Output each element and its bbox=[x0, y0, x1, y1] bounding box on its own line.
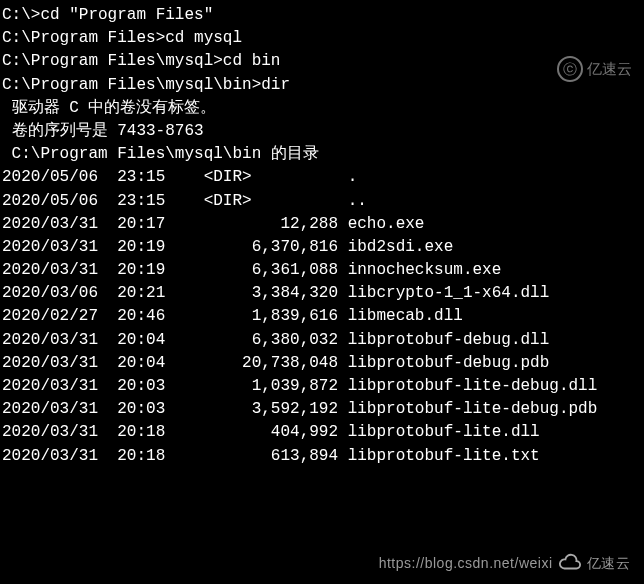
terminal-line: 2020/03/31 20:18 613,894 libprotobuf-lit… bbox=[2, 445, 642, 468]
terminal-line: C:\Program Files>cd mysql bbox=[2, 27, 642, 50]
terminal-line: C:\Program Files\mysql\bin 的目录 bbox=[2, 143, 642, 166]
terminal-line: C:\>cd "Program Files" bbox=[2, 4, 642, 27]
footer-url: https://blog.csdn.net/weixi bbox=[379, 553, 553, 573]
terminal-line: 驱动器 C 中的卷没有标签。 bbox=[2, 97, 642, 120]
terminal-line: 2020/05/06 23:15 <DIR> . bbox=[2, 166, 642, 189]
terminal-output: C:\>cd "Program Files"C:\Program Files>c… bbox=[2, 4, 642, 468]
terminal-line: 卷的序列号是 7433-8763 bbox=[2, 120, 642, 143]
terminal-line: 2020/03/31 20:19 6,370,816 ibd2sdi.exe bbox=[2, 236, 642, 259]
terminal-line: 2020/03/31 20:17 12,288 echo.exe bbox=[2, 213, 642, 236]
watermark-text: 亿速云 bbox=[587, 58, 632, 80]
footer-brand: 亿速云 bbox=[587, 553, 631, 573]
terminal-line: 2020/03/31 20:04 20,738,048 libprotobuf-… bbox=[2, 352, 642, 375]
terminal-line: 2020/03/31 20:18 404,992 libprotobuf-lit… bbox=[2, 421, 642, 444]
terminal-line: 2020/03/31 20:03 1,039,872 libprotobuf-l… bbox=[2, 375, 642, 398]
watermark-top: ⓒ 亿速云 bbox=[557, 56, 632, 82]
terminal-line: 2020/03/06 20:21 3,384,320 libcrypto-1_1… bbox=[2, 282, 642, 305]
watermark-footer: https://blog.csdn.net/weixi 亿速云 bbox=[379, 552, 630, 574]
terminal-line: 2020/02/27 20:46 1,839,616 libmecab.dll bbox=[2, 305, 642, 328]
terminal-line: 2020/03/31 20:19 6,361,088 innochecksum.… bbox=[2, 259, 642, 282]
watermark-icon: ⓒ bbox=[557, 56, 583, 82]
terminal-line: 2020/03/31 20:03 3,592,192 libprotobuf-l… bbox=[2, 398, 642, 421]
cloud-logo-icon bbox=[559, 552, 581, 574]
terminal-line: C:\Program Files\mysql>cd bin bbox=[2, 50, 642, 73]
terminal-line: C:\Program Files\mysql\bin>dir bbox=[2, 74, 642, 97]
terminal-line: 2020/05/06 23:15 <DIR> .. bbox=[2, 190, 642, 213]
terminal-line: 2020/03/31 20:04 6,380,032 libprotobuf-d… bbox=[2, 329, 642, 352]
